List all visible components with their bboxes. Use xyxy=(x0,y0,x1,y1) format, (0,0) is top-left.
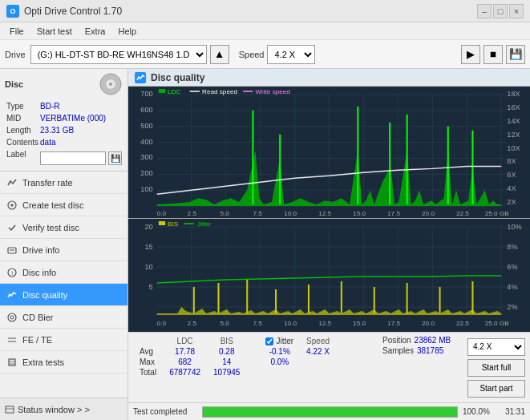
position-row: Position 23862 MB xyxy=(382,336,463,345)
position-value: 23862 MB xyxy=(415,336,451,345)
label-save-button[interactable]: 💾 xyxy=(108,151,122,165)
create-test-icon xyxy=(6,200,18,211)
svg-text:18X: 18X xyxy=(507,90,520,98)
svg-text:25.0 GB: 25.0 GB xyxy=(485,320,509,327)
disc-section-title: Disc xyxy=(5,79,23,89)
menu-help[interactable]: Help xyxy=(111,25,143,38)
titlebar-left: O Opti Drive Control 1.70 xyxy=(6,5,122,18)
svg-text:Jitter: Jitter xyxy=(197,220,212,228)
status-window-icon xyxy=(5,405,14,414)
avg-jitter: -0.1% xyxy=(259,346,300,357)
status-window-button[interactable]: Status window > > xyxy=(0,398,127,420)
toolbar-btn-1[interactable]: ▶ xyxy=(461,45,480,64)
total-label: Total xyxy=(133,367,163,378)
svg-text:22.5: 22.5 xyxy=(456,210,469,217)
menu-extra[interactable]: Extra xyxy=(79,25,112,38)
progress-track xyxy=(202,406,458,418)
svg-text:8%: 8% xyxy=(507,243,517,251)
sidebar-item-fe-te[interactable]: FE / TE xyxy=(0,329,127,351)
position-label: Position xyxy=(382,336,411,345)
svg-text:Read speed: Read speed xyxy=(202,88,237,95)
total-row: Total 6787742 107945 xyxy=(133,367,349,378)
eject-button[interactable]: ▲ xyxy=(210,45,229,64)
sidebar-item-extra-tests[interactable]: Extra tests xyxy=(0,351,127,374)
svg-text:600: 600 xyxy=(140,106,152,114)
svg-text:10X: 10X xyxy=(507,144,520,152)
svg-text:10: 10 xyxy=(144,263,152,271)
mid-label: MID xyxy=(6,113,38,123)
start-part-button[interactable]: Start part xyxy=(467,380,525,398)
close-button[interactable]: × xyxy=(509,4,524,18)
label-label: Label xyxy=(6,149,38,166)
disc-quality-icon xyxy=(6,289,18,301)
jitter-checkbox[interactable] xyxy=(265,337,273,345)
contents-value: data xyxy=(40,137,122,147)
type-value: BD-R xyxy=(40,101,122,111)
svg-text:0.0: 0.0 xyxy=(157,210,167,217)
max-row: Max 682 14 0.0% xyxy=(133,357,349,367)
sidebar-item-disc-info[interactable]: i Disc info xyxy=(0,261,127,284)
sidebar: Disc Type BD-R MID VERBATIMe (000) xyxy=(0,69,128,420)
sidebar-item-drive-info[interactable]: Drive info xyxy=(0,239,127,261)
avg-row: Avg 17.78 0.28 -0.1% 4.22 X xyxy=(133,346,349,357)
bis-chart-svg: 20 15 10 5 10% 8% 6% 4% 2% 0.0 2.5 5.0 7… xyxy=(128,219,530,332)
maximize-button[interactable]: □ xyxy=(493,4,508,18)
sidebar-item-create-test[interactable]: Create test disc xyxy=(0,194,127,216)
fe-te-icon xyxy=(6,334,18,345)
svg-rect-127 xyxy=(159,221,165,225)
max-jitter: 0.0% xyxy=(259,357,300,367)
minimize-button[interactable]: – xyxy=(477,4,492,18)
disc-panel-header: Disc xyxy=(5,72,123,96)
avg-label: Avg xyxy=(133,346,163,357)
disc-icon xyxy=(99,72,123,96)
time-label: 31:31 xyxy=(498,407,525,416)
speed-select-2[interactable]: 4.2 X xyxy=(467,338,525,356)
app-icon: O xyxy=(6,5,19,18)
length-value: 23.31 GB xyxy=(40,125,122,135)
sidebar-item-cd-bier[interactable]: CD Bier xyxy=(0,306,127,329)
toolbar-btn-3[interactable]: 💾 xyxy=(506,45,525,64)
status-window-label: Status window > > xyxy=(18,405,90,414)
extra-tests-label: Extra tests xyxy=(22,357,64,367)
svg-text:6%: 6% xyxy=(507,263,517,271)
toolbar-btn-2[interactable]: ■ xyxy=(483,45,503,64)
svg-text:14X: 14X xyxy=(507,117,520,125)
label-input[interactable] xyxy=(40,151,106,165)
start-full-button[interactable]: Start full xyxy=(467,359,525,377)
main-layout: Disc Type BD-R MID VERBATIMe (000) xyxy=(0,69,530,420)
menu-start-test[interactable]: Start test xyxy=(30,25,79,38)
svg-text:10.0: 10.0 xyxy=(284,320,297,327)
jitter-col-header: Jitter xyxy=(259,336,300,346)
svg-text:12.5: 12.5 xyxy=(318,320,331,327)
contents-label: Contents xyxy=(6,137,38,147)
disc-panel: Disc Type BD-R MID VERBATIMe (000) xyxy=(0,69,127,172)
disc-info-icon: i xyxy=(6,267,18,278)
speed-select[interactable]: 4.2 X xyxy=(267,45,315,64)
mid-value: VERBATIMe (000) xyxy=(40,113,122,123)
progress-label: 100.0% xyxy=(463,407,493,416)
svg-rect-18 xyxy=(6,406,14,413)
sidebar-item-transfer-rate[interactable]: Transfer rate xyxy=(0,172,127,194)
svg-text:Write speed: Write speed xyxy=(255,88,289,95)
speed-col-header: Speed xyxy=(300,336,336,346)
svg-text:22.5: 22.5 xyxy=(456,320,469,327)
titlebar: O Opti Drive Control 1.70 – □ × xyxy=(0,0,530,22)
svg-text:0.0: 0.0 xyxy=(157,320,167,327)
create-test-label: Create test disc xyxy=(22,200,83,210)
samples-row: Samples 381785 xyxy=(382,346,463,355)
disc-info-table: Type BD-R MID VERBATIMe (000) Length 23.… xyxy=(5,99,123,168)
drive-select[interactable]: (G:) HL-DT-ST BD-RE WH16NS48 1.D3 xyxy=(30,45,207,64)
bis-chart: 20 15 10 5 10% 8% 6% 4% 2% 0.0 2.5 5.0 7… xyxy=(128,219,530,332)
max-ldc: 682 xyxy=(163,357,207,367)
sidebar-item-verify-test[interactable]: Verify test disc xyxy=(0,216,127,239)
charts-area: 700 600 500 400 300 200 100 18X 16X 14X … xyxy=(128,87,530,332)
disc-quality-label: Disc quality xyxy=(22,290,67,300)
menu-file[interactable]: File xyxy=(3,25,30,38)
svg-text:10.0: 10.0 xyxy=(284,210,297,217)
svg-text:2%: 2% xyxy=(507,303,517,311)
progress-bar-area: Test completed 100.0% 31:31 xyxy=(128,402,530,420)
sidebar-item-disc-quality[interactable]: Disc quality xyxy=(0,284,127,306)
extra-tests-icon xyxy=(6,357,18,368)
bis-col-header: BIS xyxy=(207,336,246,346)
drive-label: Drive xyxy=(5,50,26,59)
